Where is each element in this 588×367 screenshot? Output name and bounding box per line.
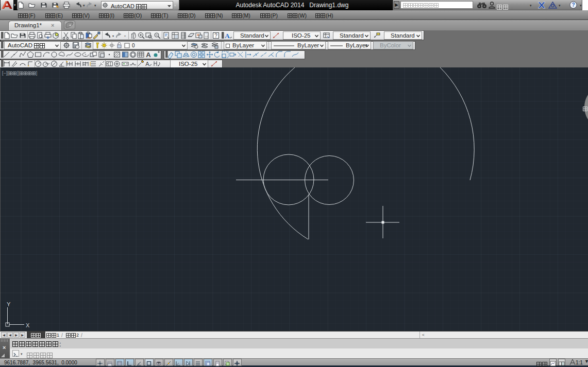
svg-text:X: X (26, 322, 30, 328)
svg-text:?: ? (572, 2, 575, 8)
svg-text:0: 0 (132, 43, 135, 48)
svg-text:Y: Y (7, 301, 11, 307)
svg-text:A: A (225, 32, 230, 40)
svg-text:?: ? (214, 33, 217, 39)
svg-text:A: A (146, 51, 152, 59)
svg-text:A: A (146, 61, 150, 67)
